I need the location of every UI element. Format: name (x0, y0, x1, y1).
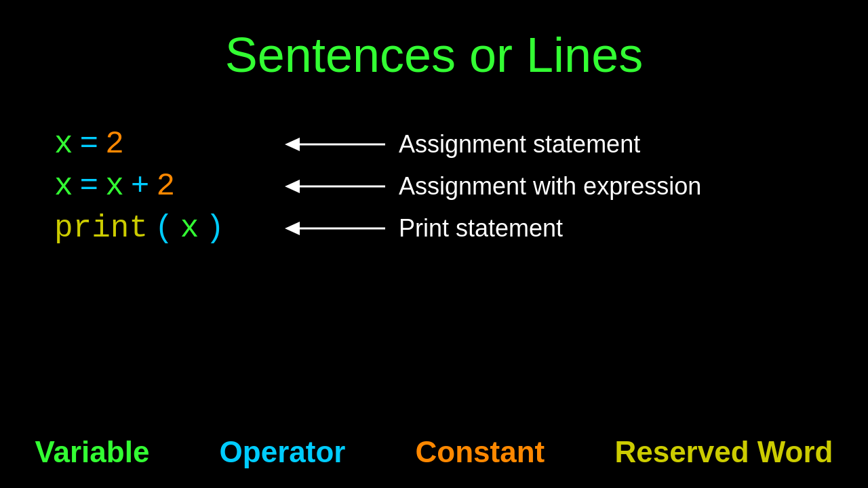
legend-bar: Variable Operator Constant Reserved Word (0, 435, 868, 469)
label-2: Assignment with expression (399, 172, 701, 201)
code-num-2a: 2 (105, 123, 124, 165)
arrow-2 (285, 174, 387, 199)
arrow-row-2: Assignment with expression (285, 165, 701, 207)
code-op-eq1: = (80, 123, 99, 165)
code-var-x4: x (180, 207, 199, 249)
code-line-3: print (x) (54, 207, 271, 249)
code-op-plus: + (131, 165, 150, 207)
svg-marker-3 (285, 180, 300, 193)
label-1: Assignment statement (399, 130, 640, 159)
code-kw-print: print (54, 207, 148, 249)
slide: Sentences or Lines x = 2 x = x + 2 print… (0, 0, 868, 488)
slide-title: Sentences or Lines (225, 27, 643, 83)
code-var-x2: x (54, 165, 73, 207)
code-op-rparen: ) (205, 207, 224, 249)
code-num-2b: 2 (156, 165, 175, 207)
content-area: x = 2 x = x + 2 print (x) (0, 123, 868, 249)
code-var-x3: x (105, 165, 124, 207)
code-var-x1: x (54, 123, 73, 165)
arrow-row-3: Print statement (285, 207, 701, 249)
legend-reserved-word: Reserved Word (614, 435, 833, 469)
label-3: Print statement (399, 214, 563, 243)
code-section: x = 2 x = x + 2 print (x) (54, 123, 271, 249)
code-op-eq2: = (80, 165, 99, 207)
legend-constant: Constant (416, 435, 545, 469)
code-op-lparen: ( (155, 207, 174, 249)
arrows-labels: Assignment statement Assignment with exp… (285, 123, 701, 249)
legend-variable: Variable (35, 435, 150, 469)
svg-marker-1 (285, 138, 300, 151)
arrow-3 (285, 216, 387, 241)
code-line-1: x = 2 (54, 123, 271, 165)
arrow-1 (285, 132, 387, 157)
code-line-2: x = x + 2 (54, 165, 271, 207)
legend-operator: Operator (220, 435, 346, 469)
arrow-row-1: Assignment statement (285, 123, 701, 165)
svg-marker-5 (285, 222, 300, 235)
